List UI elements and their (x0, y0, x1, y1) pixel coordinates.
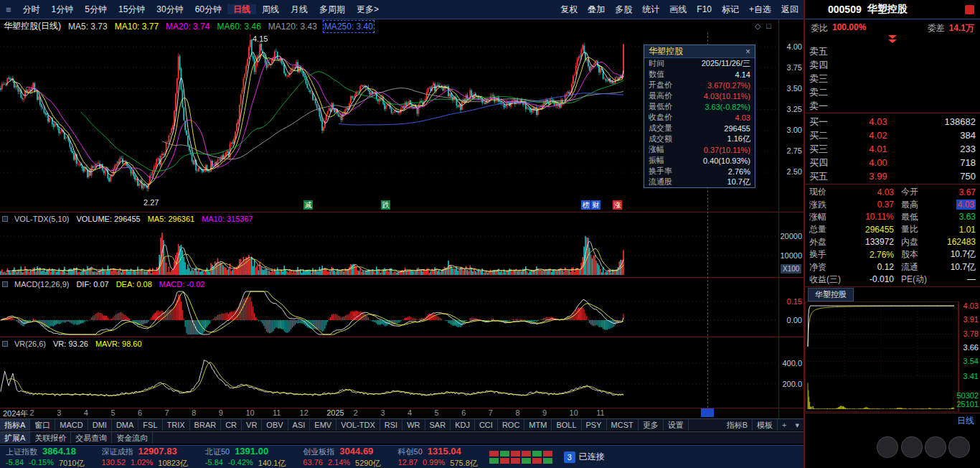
indicator-tab[interactable]: BRAR (190, 419, 222, 431)
market-heatmap[interactable] (489, 451, 552, 464)
indicator-tab[interactable]: VOL-TDX (336, 419, 380, 431)
event-badge[interactable]: 财 (591, 200, 600, 210)
indicator-tab[interactable]: OBV (262, 419, 288, 431)
indicator-tab[interactable]: 窗口 (30, 419, 55, 431)
extension-tab[interactable]: 交易查询 (71, 432, 112, 444)
ask-row[interactable]: 卖二 (805, 85, 980, 99)
panel-menu-icon[interactable] (2, 216, 8, 222)
ask-row[interactable]: 卖五 (805, 45, 980, 58)
period-tab[interactable]: 60分钟 (189, 4, 227, 14)
panel-menu-icon[interactable] (2, 341, 8, 347)
toolbar-button[interactable]: 返回 (776, 4, 804, 14)
toolbar-button[interactable]: 复权 (555, 4, 583, 14)
ask-row[interactable]: 卖四 (805, 58, 980, 72)
chart-corner-icon[interactable]: □ (766, 22, 771, 31)
macd-chart[interactable] (0, 290, 778, 336)
floating-tool-button-2[interactable] (901, 436, 923, 458)
index-change: 63.76 (303, 458, 323, 468)
tab-stock-minichart[interactable]: 华塑控股 (808, 288, 854, 301)
period-tab[interactable]: 15分钟 (113, 4, 151, 14)
intraday-mini-chart[interactable] (805, 301, 958, 412)
indicator-tab[interactable]: FSL (138, 419, 162, 431)
bid-row[interactable]: 买三4.01233 (805, 142, 980, 156)
panel-menu-icon[interactable] (2, 281, 8, 287)
floating-tool-button-3[interactable] (925, 436, 946, 458)
indicator-tab[interactable]: 指标B (722, 419, 753, 431)
toolbar-button[interactable]: +自选 (744, 4, 776, 14)
chart-corner-icon[interactable]: ◇ (755, 22, 760, 31)
period-tab[interactable]: 月线 (285, 4, 314, 14)
event-badge[interactable]: 涨 (613, 200, 622, 210)
floating-tool-button-1[interactable] (877, 436, 898, 458)
index-quote[interactable]: 北证501391.00-5.84-0.42%140.1亿 (205, 446, 286, 468)
toolbar-button[interactable]: 统计 (637, 4, 664, 14)
indicator-tab[interactable]: TRIX (163, 419, 190, 431)
index-quote[interactable]: 科创501315.0412.870.99%575.8亿 (398, 446, 478, 468)
indicator-tab[interactable]: KDJ (451, 419, 475, 431)
indicator-tab[interactable]: 更多 (639, 419, 664, 431)
index-quote[interactable]: 深证成指12907.83130.521.02%10823亿 (101, 446, 187, 468)
event-badge[interactable]: 榜 (581, 200, 590, 210)
floating-tool-button-4[interactable] (948, 436, 970, 458)
indicator-tab[interactable]: MCST (607, 419, 639, 431)
index-quote[interactable]: 创业板指3044.6963.762.14%5290亿 (303, 446, 380, 468)
bid-row[interactable]: 买四4.00718 (805, 156, 980, 169)
period-tab[interactable]: 日线 (227, 4, 256, 14)
indicator-tab[interactable]: DMA (112, 419, 138, 431)
indicator-tab[interactable]: BOLL (552, 419, 581, 431)
toolbar-button[interactable]: 画线 (664, 4, 692, 14)
indicator-tab[interactable]: MACD (55, 419, 88, 431)
bid-row[interactable]: 买五3.99750 (805, 169, 980, 183)
indicator-tab[interactable]: CCI (475, 419, 498, 431)
bid-row[interactable]: 买二4.02384 (805, 128, 980, 142)
mini-chart-period-label[interactable]: 日线 (957, 415, 974, 427)
ask-row[interactable]: 卖一 (805, 99, 980, 113)
high-price-label: 4.15 (253, 34, 268, 43)
indicator-tab[interactable]: 模板 (753, 419, 778, 431)
indicator-tab[interactable]: VR (242, 419, 262, 431)
period-tab[interactable]: 1分钟 (46, 4, 80, 14)
extension-tab[interactable]: 资金流向 (112, 432, 153, 444)
period-tab[interactable]: 周线 (256, 4, 285, 14)
add-panel-icon[interactable]: + (778, 419, 791, 431)
indicator-tab[interactable]: MTM (524, 419, 552, 431)
period-tab[interactable]: 5分钟 (79, 4, 113, 14)
caret-down-icon[interactable]: ▾ (791, 419, 804, 431)
bid-row[interactable]: 买一4.03138682 (805, 115, 980, 128)
close-icon[interactable]: × (745, 47, 750, 57)
mini-volume-tick: 50302 (956, 391, 979, 400)
toolbar-button[interactable]: F10 (692, 4, 717, 14)
toolbar-button[interactable]: 标记 (717, 4, 744, 14)
event-badge[interactable]: 跌 (381, 200, 390, 210)
indicator-tab[interactable]: CR (221, 419, 242, 431)
ask-row[interactable]: 卖三 (805, 72, 980, 85)
detail-value-inner: 162483 (947, 237, 976, 247)
index-quote[interactable]: 上证指数3864.18-5.84-0.15%7010亿 (6, 446, 84, 468)
tab-section-indicator-a[interactable]: 指标A (0, 419, 30, 431)
alert-badge-icon[interactable] (965, 5, 974, 14)
indicator-tab[interactable]: 设置 (664, 419, 689, 431)
indicator-tab[interactable]: WR (402, 419, 425, 431)
menu-icon[interactable]: ≡ (0, 4, 17, 15)
period-tab[interactable]: 30分钟 (151, 4, 189, 14)
period-tab[interactable]: 更多> (351, 4, 385, 14)
tooltip-row: 成交额1.16亿 (644, 134, 755, 144)
indicator-tab[interactable]: RSI (380, 419, 402, 431)
extension-tab[interactable]: 关联报价 (30, 432, 71, 444)
indicator-tab[interactable]: ROC (498, 419, 524, 431)
indicator-tab[interactable]: PSY (582, 419, 607, 431)
indicator-tab[interactable]: SAR (425, 419, 451, 431)
toolbar-button[interactable]: 叠加 (583, 4, 610, 14)
tooltip-title: 华塑控股 (649, 45, 683, 57)
indicator-tab[interactable]: DMI (88, 419, 112, 431)
tab-section-extension-a[interactable]: 扩展A (0, 432, 30, 444)
period-tab[interactable]: 多周期 (314, 4, 351, 14)
toolbar-button[interactable]: 多股 (610, 4, 637, 14)
indicator-tab[interactable]: EMV (310, 419, 336, 431)
indicator-tab[interactable]: ASI (288, 419, 311, 431)
period-tab[interactable]: 分时 (17, 4, 46, 14)
volume-chart[interactable] (0, 225, 778, 276)
chart-header: 华塑控股(日线) MA5: 3.73MA10: 3.77MA20: 3.74MA… (0, 20, 778, 32)
event-badge[interactable]: 减 (303, 200, 313, 210)
vr-chart[interactable] (0, 350, 778, 408)
